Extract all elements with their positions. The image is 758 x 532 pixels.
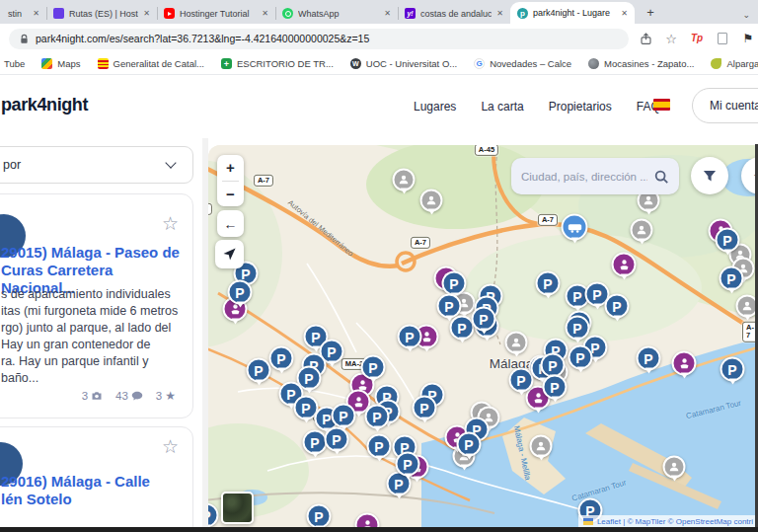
locate-button[interactable]	[215, 240, 244, 268]
filter-button[interactable]	[691, 157, 728, 194]
tab-close-icon[interactable]: ✕	[621, 9, 628, 18]
place-title[interactable]: 29016) Málaga - Calle lén Sotelo	[1, 473, 183, 508]
tab-list-chevron-icon[interactable]: ⌄	[742, 10, 750, 20]
user-spot-marker[interactable]	[530, 435, 553, 458]
bookmark-uoc[interactable]: WUOC - Universitat O...	[350, 58, 457, 69]
tab-label: stin	[8, 9, 28, 19]
parking-marker[interactable]: P	[361, 355, 386, 380]
bookmark-youtube[interactable]: Tube	[4, 58, 25, 69]
parking-marker[interactable]: P	[457, 432, 482, 457]
camper-area-marker[interactable]	[562, 214, 588, 241]
favorite-star-icon[interactable]: ☆	[162, 435, 179, 458]
tab-close-icon[interactable]: ✕	[496, 9, 503, 18]
zoom-in-button[interactable]: +	[217, 155, 244, 181]
tab-close-icon[interactable]: ✕	[384, 9, 391, 18]
parking-marker[interactable]: P	[543, 375, 568, 400]
parking-marker[interactable]: P	[367, 434, 392, 459]
service-area-marker[interactable]	[672, 351, 697, 376]
window-bottom-edge	[0, 527, 758, 532]
bookmarks-bar: Tube Maps Generalitat de Catal... +ESCRI…	[0, 53, 758, 75]
parking-marker[interactable]: P	[536, 271, 561, 296]
parking-marker[interactable]: P	[637, 346, 661, 371]
nav-lugares[interactable]: Lugares	[414, 100, 456, 114]
parking-marker[interactable]: P	[398, 325, 422, 349]
rating-count: 3 ★	[156, 389, 176, 403]
tab-park4night-active[interactable]: p park4night - Lugare ✕	[510, 2, 635, 24]
bookmark-novedades[interactable]: GNovedades – Calce	[474, 58, 571, 69]
bookmark-star-icon[interactable]: ☆	[662, 33, 680, 45]
user-spot-marker[interactable]	[505, 332, 528, 354]
parking-marker[interactable]: P	[365, 405, 390, 429]
parking-marker[interactable]: P	[605, 294, 630, 319]
parking-marker[interactable]: P	[413, 396, 437, 420]
bookmark-escritorio[interactable]: +ESCRITORIO DE TR...	[221, 58, 334, 69]
parking-marker[interactable]: P	[303, 430, 328, 455]
tab-costas[interactable]: y! costas de andalucia ✕	[398, 3, 510, 24]
park4night-logo[interactable]: park4night	[1, 95, 88, 115]
map-search-input[interactable]: Ciudad, país, dirección ...	[511, 158, 679, 194]
tab-hostinger-tutorial[interactable]: Hostinger Tutorial ✕	[157, 3, 275, 24]
tp-extension-icon[interactable]: Tp	[688, 34, 706, 43]
account-button[interactable]: Mi cuenta	[692, 88, 758, 123]
url-text: park4night.com/es/search?lat=36.7213&lng…	[36, 33, 369, 44]
tab-partial[interactable]: stin ✕	[1, 3, 46, 24]
pin-extension-icon[interactable]: ⚑	[739, 33, 757, 44]
parking-marker[interactable]: P	[228, 280, 253, 305]
tab-label: Hostinger Tutorial	[180, 9, 257, 19]
user-spot-marker[interactable]	[631, 219, 653, 242]
parking-marker[interactable]: P	[332, 404, 356, 428]
tab-close-icon[interactable]: ✕	[143, 9, 150, 18]
tab-close-icon[interactable]: ✕	[33, 9, 39, 18]
bookmark-generalitat[interactable]: Generalitat de Catal...	[98, 58, 204, 69]
sort-dropdown[interactable]: por	[0, 146, 193, 184]
parking-marker[interactable]: P	[716, 228, 740, 253]
parking-marker[interactable]: P	[720, 357, 745, 382]
satellite-layer-toggle[interactable]	[221, 492, 254, 524]
place-card[interactable]: ☆ 29015) Málaga - Paseo de Curas Carrete…	[0, 193, 193, 418]
nav-propietarios[interactable]: Propietarios	[549, 100, 612, 114]
navigation-arrow-icon	[222, 247, 237, 262]
parking-marker[interactable]: P	[442, 271, 467, 296]
bookmark-alpargatas[interactable]: Alpargatas de muje...	[711, 58, 758, 69]
user-spot-marker[interactable]	[393, 169, 416, 191]
parking-marker[interactable]: P	[325, 427, 349, 452]
url-bar[interactable]: park4night.com/es/search?lat=36.7213&lng…	[9, 29, 629, 49]
place-description: s de aparcamiento individuales itas (mi …	[1, 286, 185, 387]
tab-rutas[interactable]: Rutas (ES) | Hosting ✕	[46, 3, 157, 24]
browser-toolbar: park4night.com/es/search?lat=36.7213&lng…	[0, 24, 758, 53]
place-card[interactable]: ☆ 29016) Málaga - Calle lén Sotelo	[0, 426, 193, 532]
map-canvas[interactable]: A-45A-7A-7A-7A-7A-7MA-2025 MálagaAutovía…	[208, 145, 758, 532]
filter-funnel-icon	[702, 169, 718, 184]
parking-marker[interactable]: P	[396, 452, 420, 477]
parking-marker[interactable]: P	[208, 503, 219, 528]
attribution-text[interactable]: Leaflet | © MapTiler © OpenStreetMap con…	[597, 517, 753, 526]
parking-marker[interactable]: P	[247, 358, 271, 383]
parking-marker[interactable]: P	[437, 294, 462, 319]
favorite-star-icon[interactable]: ☆	[162, 212, 179, 235]
parking-marker[interactable]: P	[509, 368, 534, 393]
bookmark-maps[interactable]: Maps	[41, 58, 80, 69]
nav-la-carta[interactable]: La carta	[481, 100, 523, 114]
parking-marker[interactable]: P	[269, 346, 294, 371]
plus-icon: +	[221, 58, 232, 69]
service-area-marker[interactable]	[612, 253, 637, 277]
new-tab-button[interactable]: +	[641, 2, 660, 22]
share-icon[interactable]	[637, 33, 654, 45]
comments-count: 43	[115, 390, 143, 402]
parking-marker[interactable]: P	[307, 504, 332, 529]
parking-marker[interactable]: P	[720, 266, 744, 291]
back-button[interactable]: ←	[217, 210, 244, 237]
search-placeholder: Ciudad, país, dirección ...	[521, 171, 647, 183]
document-extension-icon[interactable]	[714, 33, 731, 44]
bookmark-mocasines[interactable]: Mocasines - Zapato...	[588, 58, 694, 69]
tab-whatsapp[interactable]: WhatsApp ✕	[275, 3, 398, 24]
user-spot-marker[interactable]	[663, 456, 686, 479]
parking-marker[interactable]: P	[566, 316, 590, 341]
tab-close-icon[interactable]: ✕	[262, 9, 268, 18]
parking-marker[interactable]: P	[568, 345, 593, 370]
wordpress-icon: W	[350, 58, 361, 69]
user-spot-marker[interactable]	[420, 190, 443, 212]
zoom-out-button[interactable]: −	[217, 182, 244, 207]
spain-flag-icon[interactable]	[653, 99, 670, 111]
parking-marker[interactable]: P	[472, 307, 496, 332]
